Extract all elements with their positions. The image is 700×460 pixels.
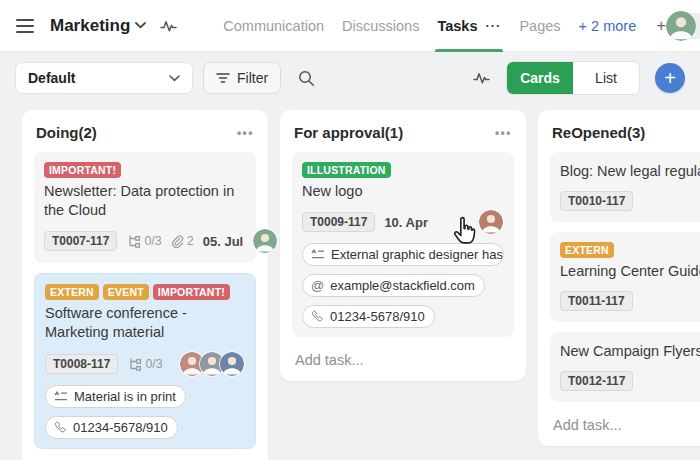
task-card[interactable]: EXTERNEVENTIMPORTANT!Software conference…	[34, 273, 256, 448]
chevron-down-icon	[169, 75, 180, 82]
custom-field-chip[interactable]: 01234-5678/910	[302, 305, 435, 328]
task-id-badge: T0008-117	[45, 354, 118, 374]
task-card[interactable]: New Campaign FlyersT0012-117	[550, 332, 700, 402]
column-menu-icon[interactable]: •••	[495, 126, 512, 140]
tab-discussions[interactable]: Discussions	[342, 18, 419, 34]
chip-text: 01234-5678/910	[330, 309, 425, 324]
board-column: ReOpened(3)Blog: New legal regulatioT001…	[538, 110, 700, 446]
subtasks-count: 0/3	[126, 234, 161, 248]
email-icon: @	[311, 279, 324, 292]
chip-text: 01234-5678/910	[73, 420, 168, 435]
chip-text: External graphic designer has been c...	[331, 247, 504, 262]
task-id-badge: T0012-117	[560, 371, 633, 391]
task-label: IMPORTANT!	[153, 284, 230, 300]
board-toolbar: Default Filter Cards List +	[0, 52, 700, 104]
phone-icon	[54, 421, 67, 434]
task-title: Newsletter: Data protection in the Cloud	[44, 182, 246, 220]
task-id-badge: T0009-117	[302, 212, 375, 232]
add-task-input[interactable]: Add task...	[292, 347, 514, 369]
column-menu-icon[interactable]: •••	[237, 126, 254, 140]
subtask-icon	[127, 357, 142, 371]
avatar[interactable]	[666, 11, 696, 41]
field-icon	[311, 249, 325, 260]
column-title: ReOpened(3)	[552, 124, 645, 141]
task-label: EVENT	[103, 284, 149, 300]
top-bar: Marketing CommunicationDiscussionsTasks·…	[0, 0, 700, 52]
task-label: EXTERN	[45, 284, 99, 300]
field-icon	[54, 391, 68, 402]
workspace-title[interactable]: Marketing	[50, 16, 130, 36]
task-card[interactable]: EXTERNLearning Center GuidelinT0011-117	[550, 232, 700, 322]
custom-field-chip[interactable]: Material is in print	[45, 385, 186, 408]
module-tabs: CommunicationDiscussionsTasks···Pages+ 2…	[223, 0, 666, 52]
list-view-button[interactable]: List	[573, 62, 639, 94]
phone-icon	[311, 310, 324, 323]
board-column: Doing(2)•••IMPORTANT!Newsletter: Data pr…	[22, 110, 268, 460]
due-date: 05. Jul	[203, 234, 243, 249]
tab-communication[interactable]: Communication	[223, 18, 324, 34]
menu-icon[interactable]	[12, 15, 38, 37]
task-card[interactable]: ILLUSTRATIONNew logoT0009-11710. AprExte…	[292, 152, 514, 337]
assignee-avatars	[478, 209, 504, 235]
attachments-count: 2	[171, 234, 194, 248]
task-id-badge: T0011-117	[560, 291, 633, 311]
custom-field-chip[interactable]: External graphic designer has been c...	[302, 243, 504, 266]
cards-view-button[interactable]: Cards	[507, 62, 573, 94]
chevron-down-icon[interactable]	[135, 22, 146, 29]
kanban-board: Doing(2)•••IMPORTANT!Newsletter: Data pr…	[0, 104, 700, 460]
task-label: IMPORTANT!	[44, 162, 121, 178]
task-id-badge: T0007-117	[44, 231, 117, 251]
custom-field-chip[interactable]: 01234-5678/910	[45, 416, 178, 439]
column-title: For approval(1)	[294, 124, 403, 141]
avatar[interactable]	[219, 351, 245, 377]
task-id-badge: T0010-117	[560, 191, 633, 211]
chip-text: example@stackfield.com	[330, 278, 475, 293]
subtask-icon	[126, 234, 141, 248]
view-preset-select[interactable]: Default	[15, 62, 193, 94]
view-preset-value: Default	[28, 70, 75, 86]
search-icon[interactable]	[298, 70, 315, 87]
activity-pulse-icon[interactable]	[473, 71, 490, 85]
custom-field-chip[interactable]: @example@stackfield.com	[302, 274, 485, 297]
filter-icon	[216, 72, 230, 84]
paperclip-icon	[171, 235, 184, 248]
task-title: New Campaign Flyers	[560, 342, 700, 361]
task-label: EXTERN	[560, 242, 614, 258]
assignee-avatars	[252, 228, 278, 254]
add-task-input[interactable]: Add task...	[550, 412, 700, 434]
tab-pages[interactable]: Pages	[519, 18, 560, 34]
add-button[interactable]: +	[655, 63, 685, 93]
task-title: Learning Center Guidelin	[560, 262, 700, 281]
task-title: Blog: New legal regulatio	[560, 162, 700, 181]
view-toggle: Cards List	[506, 61, 640, 95]
add-tab-button[interactable]: +	[656, 16, 666, 36]
board-column: For approval(1)•••ILLUSTRATIONNew logoT0…	[280, 110, 526, 381]
chip-text: Material is in print	[74, 389, 176, 404]
filter-button[interactable]: Filter	[203, 62, 281, 94]
filter-label: Filter	[237, 70, 268, 86]
activity-pulse-icon[interactable]	[160, 19, 177, 33]
assignee-avatars	[179, 351, 245, 377]
task-card[interactable]: Blog: New legal regulatioT0010-117	[550, 152, 700, 222]
task-title: Software conference - Marketing material	[45, 304, 245, 342]
user-avatar[interactable]: 6	[666, 11, 700, 41]
due-date: 10. Apr	[384, 215, 428, 230]
subtasks-count: 0/3	[127, 357, 162, 371]
task-card[interactable]: IMPORTANT!Newsletter: Data protection in…	[34, 152, 256, 263]
column-title: Doing(2)	[36, 124, 97, 141]
task-title: New logo	[302, 182, 504, 201]
more-tabs-link[interactable]: + 2 more	[579, 18, 637, 34]
avatar[interactable]	[478, 209, 504, 235]
tab-overflow-dots[interactable]: ···	[485, 18, 501, 33]
tab-tasks[interactable]: Tasks	[437, 18, 477, 34]
avatar[interactable]	[252, 228, 278, 254]
task-label: ILLUSTRATION	[302, 162, 391, 178]
